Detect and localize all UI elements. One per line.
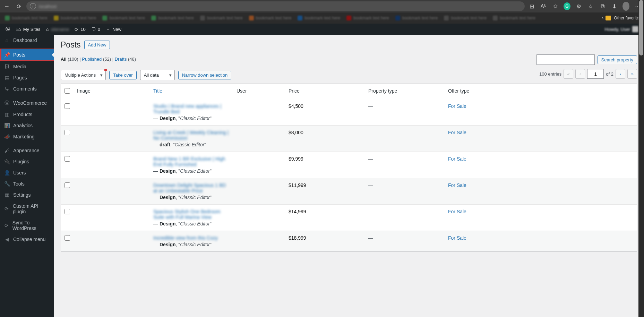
my-sites[interactable]: ⌂⌂ My Sites [13,24,43,35]
sidebar-item-comments[interactable]: 🗨Comments [0,83,54,94]
bookmark-item[interactable]: bookmark text here [247,15,294,21]
new-content[interactable]: ＋ New [103,24,124,35]
row-title-link[interactable]: Brand New 1 BR Exclusive | High End Full… [153,156,230,167]
user-greeting[interactable]: Howdy, User [602,24,641,35]
entries-count: 100 entries [539,71,561,77]
row-checkbox[interactable] [65,209,70,214]
row-title-link[interactable]: Downtown Delight Spacious 1 BD at an Unb… [153,182,230,194]
sidebar-item-woocommerce[interactable]: ⓦWooCommerce [0,97,54,109]
row-checkbox[interactable] [65,182,70,188]
row-checkbox[interactable] [65,103,70,109]
page-last[interactable]: » [627,69,637,79]
page-prev[interactable]: ‹ [575,69,585,79]
status-filters: All (100) | Published (52) | Drafts (48) [61,57,136,62]
favorites-bar-icon[interactable]: ☆ [587,3,594,10]
bookmark-item[interactable]: bookmark text here [491,15,538,21]
grammarly-icon[interactable]: G [564,2,570,10]
row-title-meta: — Design, "Classic Editor" [153,195,212,200]
read-aloud-icon[interactable]: Aᵇ [540,3,547,10]
collections-icon[interactable]: ⧉ [599,3,606,9]
products-icon: ▥ [3,112,10,117]
comments-bubble[interactable]: 🗨 0 [88,24,103,35]
bookmark-item[interactable]: bookmark text here [100,15,147,21]
filter-all[interactable]: All [61,57,67,62]
page-next[interactable]: › [616,69,625,79]
sidebar-item-plugins[interactable]: 🔌Plugins [0,156,54,167]
sidebar-item-marketing[interactable]: 📣Marketing [0,131,54,142]
take-over-button[interactable]: Take over [109,71,136,79]
bookmark-item[interactable]: bookmark text here [442,15,489,21]
refresh-icon[interactable]: ⟳ [15,2,23,10]
sidebar-item-products[interactable]: ▥Products [0,109,54,120]
updates-count: 10 [80,27,85,32]
row-offer-type[interactable]: For Sale [448,156,466,162]
row-title-link[interactable]: Spacious Stylish One Bedroom Suite with … [153,209,230,220]
col-offer-type: Offer type [445,84,637,99]
row-checkbox[interactable] [65,156,70,162]
info-icon[interactable]: i [30,3,36,9]
sidebar-item-posts[interactable]: 📌Posts [0,49,54,61]
bulk-actions-select[interactable]: Multiple Actions [61,70,106,80]
page-first[interactable]: « [564,69,573,79]
wp-admin-bar: ⓦ ⌂⌂ My Sites ⌂ sitename ⟳ 10 🗨 0 ＋ New … [0,24,644,35]
row-offer-type[interactable]: For Sale [448,182,466,188]
favorite-icon[interactable]: ✩ [552,3,559,10]
other-favorites[interactable]: Other favorites [606,16,641,20]
bookmarks-overflow-icon[interactable]: › [602,16,603,20]
row-title-link[interactable]: Incredible view from this Cozy [153,235,230,241]
row-title-link[interactable]: Studio | Brand new appliances | Trundle … [153,103,230,114]
sidebar-item-media[interactable]: 🖾Media [0,61,54,72]
sidebar-item-analytics[interactable]: 📊Analytics [0,120,54,131]
sidebar-item-settings[interactable]: ▦Settings [0,189,54,200]
wp-logo[interactable]: ⓦ [3,24,13,35]
scrollbar-thumb[interactable] [639,0,643,55]
page-current-input[interactable] [587,69,604,79]
row-offer-type[interactable]: For Sale [448,209,466,214]
table-row: Downtown Delight Spacious 1 BD at an Unb… [61,178,637,205]
row-offer-type[interactable]: For Sale [448,130,466,135]
bookmark-item[interactable]: bookmark text here [149,15,196,21]
profile-icon[interactable] [622,2,629,11]
comments-count: 0 [98,27,100,32]
site-home[interactable]: ⌂ sitename [43,24,72,35]
filter-published[interactable]: Published [82,57,102,62]
sidebar-item-appearance[interactable]: 🖌Appearance [0,145,54,156]
row-offer-type[interactable]: For Sale [448,235,466,241]
select-all-checkbox[interactable] [65,88,70,94]
sidebar-item-dashboard[interactable]: ⌂Dashboard [0,35,54,46]
updates[interactable]: ⟳ 10 [72,24,88,35]
row-checkbox[interactable] [65,235,70,241]
sidebar-item-pages[interactable]: ▤Pages [0,72,54,83]
bookmark-item[interactable]: bookmark text here [52,15,98,21]
add-new-button[interactable]: Add New [84,41,110,49]
bookmark-item[interactable]: bookmark text here [295,15,342,21]
bookmark-item[interactable]: bookmark text here [344,15,391,21]
bookmark-item[interactable]: bookmark text here [3,15,50,21]
users-icon: 👤 [3,170,10,175]
sidebar-item-users[interactable]: 👤Users [0,167,54,178]
narrow-selection-button[interactable]: Narrow down selection [178,71,232,79]
search-button[interactable]: Search property [598,55,637,64]
sidebar-item-tools[interactable]: 🔧Tools [0,178,54,189]
sidebar-item-sync[interactable]: ⟳Sync To WordPress [0,217,54,234]
bookmark-item[interactable]: bookmark text here [198,15,245,21]
customapi-icon: ⟳ [3,206,10,212]
back-icon[interactable]: ← [3,2,11,10]
grid-icon[interactable]: ⊞ [528,3,535,10]
row-offer-type[interactable]: For Sale [448,103,466,109]
row-checkbox[interactable] [65,130,70,135]
sidebar-item-collapse[interactable]: ◀Collapse menu [0,234,54,245]
downloads-icon[interactable]: ⬇ [611,3,618,10]
col-title[interactable]: Title [153,88,162,94]
address-bar[interactable]: i localhost [26,1,525,11]
search-input[interactable] [536,54,595,65]
sidebar-item-label: Plugins [13,159,29,164]
sidebar-item-label: Dashboard [13,37,37,43]
row-title-link[interactable]: Living at Creek | Weekly Cleaning | No C… [153,130,230,141]
all-data-select[interactable]: All data [140,70,175,80]
sidebar-item-customapi[interactable]: ⟳Custom API plugin [0,200,54,217]
extensions-icon[interactable]: ⚙ [575,3,582,10]
bookmark-item[interactable]: bookmark text here [393,15,440,21]
sidebar-item-label: Media [13,64,26,69]
filter-drafts[interactable]: Drafts [115,57,127,62]
